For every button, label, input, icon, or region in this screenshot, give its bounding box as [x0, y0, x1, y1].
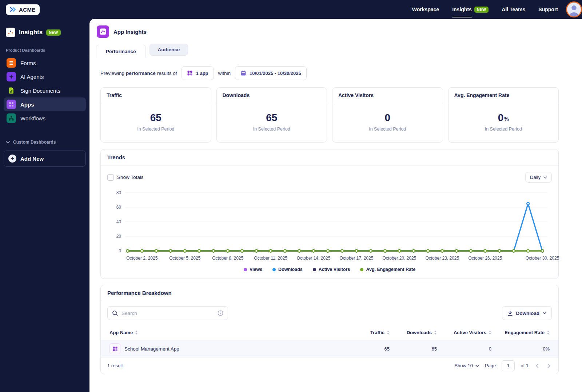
nav-workspace[interactable]: Workspace [412, 7, 439, 12]
within-label: within [218, 71, 231, 76]
add-new-button[interactable]: + Add New [4, 151, 86, 167]
stat-card-engagement-rate: Avg. Engagement Rate 0%In Selected Perio… [448, 87, 559, 143]
breakdown-title: Performance Breakdown [101, 285, 558, 301]
sidebar-title: Insights NEW [6, 28, 84, 37]
legend-label: Avg. Engagement Rate [366, 267, 415, 272]
app-grid-icon [187, 70, 193, 76]
x-axis-label: October 14, 2025 [297, 256, 331, 261]
page-label: Page [485, 363, 496, 368]
sort-icon [489, 330, 491, 335]
data-point [227, 250, 229, 252]
data-point [455, 250, 458, 252]
legend-item[interactable]: Downloads [272, 267, 303, 272]
stat-card-traffic: Traffic 65In Selected Period [100, 87, 211, 143]
data-point [169, 250, 172, 252]
column-active-visitors[interactable]: Active Visitors [437, 330, 491, 335]
info-icon[interactable] [218, 310, 223, 316]
series-line-views [128, 204, 542, 251]
sidebar-item-workflows[interactable]: Workflows [4, 111, 86, 125]
data-point [255, 250, 258, 252]
data-point [384, 250, 386, 252]
nav-all-teams[interactable]: All Teams [502, 7, 525, 12]
chart-legend: ViewsDownloadsActive VisitorsAvg. Engage… [101, 264, 558, 279]
column-traffic[interactable]: Traffic [350, 330, 390, 335]
stat-card-downloads: Downloads 65In Selected Period [216, 87, 327, 143]
chevron-right-icon [547, 364, 550, 368]
downloads-cell: 65 [390, 346, 437, 352]
sidebar-item-sign-documents[interactable]: Sign Documents [4, 84, 86, 97]
tab-performance[interactable]: Performance [96, 45, 146, 58]
y-axis-label: 0 [119, 248, 121, 253]
data-point [498, 250, 501, 252]
legend-dot [272, 268, 276, 271]
sort-icon [135, 330, 138, 335]
x-axis-label: October 8, 2025 [212, 256, 243, 261]
chevron-down-icon [6, 141, 10, 144]
data-point [541, 250, 544, 252]
stat-value: 0% [449, 112, 559, 124]
plus-icon: + [8, 155, 16, 163]
previous-page-button[interactable] [534, 362, 540, 369]
legend-label: Downloads [278, 267, 303, 272]
app-selector-button[interactable]: 1 app [182, 66, 214, 80]
search-input[interactable] [121, 311, 214, 316]
data-point [355, 250, 358, 252]
data-point [427, 250, 429, 252]
user-avatar[interactable] [566, 1, 582, 17]
date-range-button[interactable]: 10/01/2025 - 10/30/2025 [235, 66, 307, 80]
legend-item[interactable]: Avg. Engagement Rate [360, 267, 415, 272]
stat-value: 65 [101, 112, 211, 124]
data-point [341, 250, 343, 252]
x-axis-label: October 30, 2025 [526, 256, 559, 261]
legend-item[interactable]: Views [244, 267, 262, 272]
workflows-icon [7, 113, 16, 123]
column-app-name[interactable]: App Name [109, 330, 350, 335]
y-axis-label: 20 [116, 234, 121, 239]
insights-icon [6, 28, 15, 37]
main-panel: App Insights Performance Audience Previe… [89, 19, 582, 392]
sidebar-item-forms[interactable]: Forms [4, 56, 86, 70]
legend-label: Views [250, 267, 262, 272]
performance-breakdown-card: Performance Breakdown Download App Name … [100, 285, 559, 374]
logo-text: ACME [19, 7, 36, 13]
sort-icon [387, 330, 390, 335]
stat-value: 65 [217, 112, 327, 124]
page-size-select[interactable]: Show 10 [454, 363, 479, 368]
data-point [298, 250, 300, 252]
app-name-cell: School Management App [109, 343, 350, 354]
tab-audience[interactable]: Audience [150, 44, 188, 56]
legend-label: Active Visitors [319, 267, 350, 272]
search-box [107, 306, 228, 320]
column-downloads[interactable]: Downloads [390, 330, 437, 335]
page-number-input[interactable] [502, 360, 515, 371]
next-page-button[interactable] [546, 362, 552, 369]
sidebar-item-ai-agents[interactable]: AI Agents [4, 70, 86, 84]
data-point [212, 250, 215, 252]
show-totals-checkbox[interactable]: Show Totals [107, 174, 144, 181]
acme-logo[interactable]: ACME [6, 4, 40, 15]
nav-insights[interactable]: Insights NEW [452, 7, 489, 13]
download-button[interactable]: Download [502, 306, 552, 320]
legend-item[interactable]: Active Visitors [313, 267, 350, 272]
sidebar-item-apps[interactable]: Apps [4, 97, 86, 111]
data-point [141, 250, 143, 252]
filter-bar: Previewingperformanceresults of 1 app wi… [100, 66, 559, 80]
chevron-left-icon [536, 364, 539, 368]
table-row[interactable]: School Management App 65 65 0 0% [101, 340, 558, 357]
sidebar-title-label: Insights [19, 29, 43, 36]
trends-title: Trends [101, 149, 558, 165]
line-chart: 020406080October 2, 2025October 5, 2025O… [107, 187, 553, 264]
page-title: App Insights [113, 29, 147, 35]
nav-support[interactable]: Support [538, 7, 558, 12]
data-point [241, 250, 243, 252]
apps-icon [7, 100, 16, 109]
active-visitors-cell: 0 [437, 346, 491, 352]
checkbox-icon [107, 174, 114, 181]
granularity-select[interactable]: Daily [525, 172, 552, 183]
custom-dashboards-toggle[interactable]: Custom Dashboards [6, 140, 84, 145]
trend-controls: Show Totals Daily [101, 165, 558, 185]
x-axis-label: October 2, 2025 [126, 256, 158, 261]
stat-value: 0 [332, 112, 443, 124]
column-engagement-rate[interactable]: Engagement Rate [491, 330, 550, 335]
sign-documents-icon [7, 86, 16, 95]
